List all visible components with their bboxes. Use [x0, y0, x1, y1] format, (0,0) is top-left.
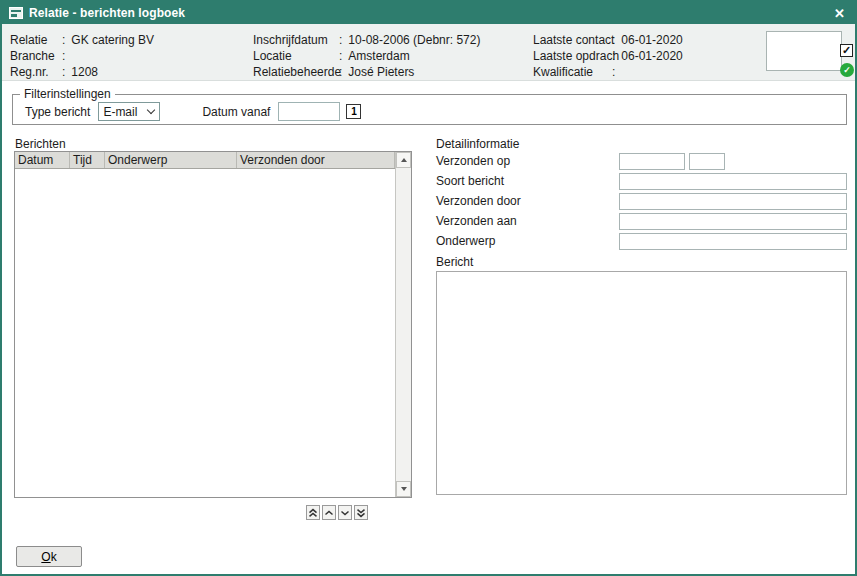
- table-header: Datum Tijd Onderwerp Verzonden door: [15, 152, 395, 169]
- verzonden-aan-label: Verzonden aan: [436, 214, 619, 228]
- record-navigation: [306, 505, 368, 520]
- triangle-down-icon: [401, 487, 407, 491]
- type-bericht-select[interactable]: E-mail: [98, 102, 160, 121]
- filter-row: Type bericht E-mail Datum vanaf 1: [13, 101, 846, 121]
- header-column-3: Laatste contact:06-01-2020 Laatste opdra…: [533, 32, 683, 80]
- verzonden-op-time-input[interactable]: [689, 153, 725, 170]
- detailinformatie-title: Detailinformatie: [436, 137, 519, 151]
- onderwerp-label: Onderwerp: [436, 234, 619, 248]
- double-chevron-up-icon: [308, 508, 318, 518]
- chevron-down-icon: [147, 106, 155, 114]
- dialog-window: Relatie - berichten logboek ✕ Relatie:GK…: [0, 0, 857, 576]
- vertical-scrollbar[interactable]: [395, 152, 411, 497]
- berichten-table: Datum Tijd Onderwerp Verzonden door: [14, 151, 412, 498]
- header-row: Inschrijfdatum:10-08-2006 (Debnr: 572): [253, 32, 480, 48]
- column-header-onderwerp[interactable]: Onderwerp: [105, 152, 237, 168]
- regnr-label: Reg.nr.: [10, 64, 62, 80]
- relation-header: Relatie:GK catering BV Branche: Reg.nr.:…: [2, 24, 855, 81]
- datum-vanaf-input[interactable]: [278, 102, 340, 121]
- type-bericht-value: E-mail: [103, 105, 137, 119]
- verzonden-door-label: Verzonden door: [436, 194, 619, 208]
- branche-label: Branche: [10, 48, 62, 64]
- status-ok-icon: ✓: [840, 63, 854, 77]
- bericht-textarea[interactable]: [436, 271, 847, 495]
- window-title: Relatie - berichten logboek: [29, 6, 825, 20]
- scroll-down-button[interactable]: [396, 481, 411, 497]
- title-bar: Relatie - berichten logboek ✕: [2, 2, 855, 24]
- last-record-button[interactable]: [354, 505, 368, 520]
- kwalificatie-label: Kwalificatie: [533, 64, 612, 80]
- window-icon: [9, 7, 23, 19]
- detail-row: Soort bericht: [436, 171, 847, 191]
- close-icon[interactable]: ✕: [831, 6, 848, 21]
- relatie-value: GK catering BV: [71, 32, 154, 48]
- header-row: Locatie:Amsterdam: [253, 48, 480, 64]
- type-bericht-label: Type bericht: [25, 105, 90, 119]
- datum-vanaf-label: Datum vanaf: [202, 105, 270, 119]
- header-row: Relatie:GK catering BV: [10, 32, 154, 48]
- verzonden-op-date-input[interactable]: [619, 153, 685, 170]
- previous-record-button[interactable]: [322, 505, 336, 520]
- header-row: Relatiebeheerde:José Pieters: [253, 64, 480, 80]
- column-header-datum[interactable]: Datum: [15, 152, 70, 168]
- photo-placeholder: [766, 31, 842, 71]
- detail-row: Bericht: [436, 253, 847, 271]
- next-record-button[interactable]: [338, 505, 352, 520]
- verzonden-op-label: Verzonden op: [436, 154, 619, 168]
- header-row: Branche:: [10, 48, 154, 64]
- detail-row: Verzonden op: [436, 151, 847, 171]
- soort-bericht-label: Soort bericht: [436, 174, 619, 188]
- laatste-opdracht-value: 06-01-2020: [621, 48, 682, 64]
- verzonden-door-input[interactable]: [619, 193, 847, 210]
- header-row: Laatste contact:06-01-2020: [533, 32, 683, 48]
- regnr-value: 1208: [71, 64, 98, 80]
- header-column-2: Inschrijfdatum:10-08-2006 (Debnr: 572) L…: [253, 32, 480, 80]
- check-icon: ✓: [842, 44, 851, 56]
- filter-settings-group: Filterinstellingen Type bericht E-mail D…: [12, 87, 847, 125]
- bericht-label: Bericht: [436, 255, 619, 269]
- detail-row: Onderwerp: [436, 231, 847, 251]
- ok-button[interactable]: Ok: [16, 546, 82, 567]
- laatste-contact-value: 06-01-2020: [621, 32, 682, 48]
- berichten-title: Berichten: [15, 137, 66, 151]
- laatste-opdracht-label: Laatste opdrach: [533, 48, 612, 64]
- verzonden-aan-input[interactable]: [619, 213, 847, 230]
- triangle-up-icon: [401, 158, 407, 162]
- header-checkbox[interactable]: ✓: [840, 44, 853, 57]
- chevron-down-icon: [340, 508, 350, 518]
- header-row: Kwalificatie:: [533, 64, 683, 80]
- detail-row: Verzonden door: [436, 191, 847, 211]
- laatste-contact-label: Laatste contact: [533, 32, 612, 48]
- inschrijfdatum-label: Inschrijfdatum: [253, 32, 339, 48]
- inschrijfdatum-value: 10-08-2006 (Debnr: 572): [348, 32, 480, 48]
- filter-group-title: Filterinstellingen: [20, 87, 115, 101]
- header-column-1: Relatie:GK catering BV Branche: Reg.nr.:…: [10, 32, 154, 80]
- onderwerp-input[interactable]: [619, 233, 847, 250]
- relatiebeheerder-label: Relatiebeheerde: [253, 64, 339, 80]
- table-body[interactable]: [15, 169, 395, 497]
- column-header-verzonden-door[interactable]: Verzonden door: [237, 152, 395, 168]
- detail-row: Verzonden aan: [436, 211, 847, 231]
- header-row: Laatste opdrach:06-01-2020: [533, 48, 683, 64]
- detail-panel: Verzonden op Soort bericht Verzonden doo…: [436, 151, 847, 495]
- column-header-tijd[interactable]: Tijd: [70, 152, 105, 168]
- double-chevron-down-icon: [356, 508, 366, 518]
- chevron-up-icon: [324, 508, 334, 518]
- relatie-label: Relatie: [10, 32, 62, 48]
- scrollbar-track[interactable]: [396, 168, 411, 481]
- locatie-label: Locatie: [253, 48, 339, 64]
- soort-bericht-input[interactable]: [619, 173, 847, 190]
- relatiebeheerder-value: José Pieters: [348, 64, 414, 80]
- scroll-up-button[interactable]: [396, 152, 411, 168]
- locatie-value: Amsterdam: [348, 48, 409, 64]
- header-row: Reg.nr.:1208: [10, 64, 154, 80]
- first-record-button[interactable]: [306, 505, 320, 520]
- calendar-icon[interactable]: 1: [346, 104, 361, 119]
